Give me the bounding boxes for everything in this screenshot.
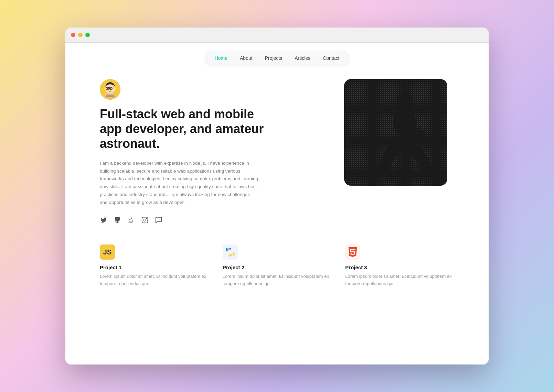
projects-section: JS Project 1 Lorem ipsum dolor sit amet.…	[65, 238, 489, 301]
project-1-description: Lorem ipsum dolor sit amet. Et incidunt …	[100, 273, 209, 287]
svg-point-1	[105, 84, 115, 94]
project-3-title[interactable]: Project 3	[345, 264, 454, 270]
nav-item-contact[interactable]: Contact	[320, 54, 342, 62]
svg-point-8	[114, 88, 116, 90]
nav-item-articles[interactable]: Articles	[292, 54, 313, 62]
project-3-description: Lorem ipsum dolor sit amet. Et incidunt …	[345, 273, 454, 287]
project-2-title[interactable]: Project 2	[223, 264, 332, 270]
avatar	[100, 79, 120, 100]
stackoverflow-icon[interactable]	[127, 216, 135, 224]
navbar: Home About Projects Articles Contact	[65, 43, 489, 72]
fullscreen-button[interactable]	[85, 33, 90, 37]
browser-titlebar	[65, 28, 489, 43]
hero-title: Full-stack web and mobile app developer,…	[100, 107, 265, 151]
project-card-1: JS Project 1 Lorem ipsum dolor sit amet.…	[100, 244, 209, 287]
project-2-description: Lorem ipsum dolor sit amet. Et incidunt …	[223, 273, 332, 287]
social-icons	[100, 216, 323, 224]
project-1-title[interactable]: Project 1	[100, 264, 209, 270]
project-3-icon	[345, 244, 360, 260]
nav-item-about[interactable]: About	[237, 54, 255, 62]
project-card-3: Project 3 Lorem ipsum dolor sit amet. Et…	[345, 244, 454, 287]
svg-point-11	[397, 92, 412, 110]
github-icon[interactable]	[114, 216, 121, 224]
project-card-2: Project 2 Lorem ipsum dolor sit amet. Et…	[223, 244, 332, 287]
nav-pill: Home About Projects Articles Contact	[205, 51, 350, 65]
projects-grid: JS Project 1 Lorem ipsum dolor sit amet.…	[100, 244, 454, 287]
message-icon[interactable]	[155, 216, 162, 224]
svg-point-7	[105, 88, 106, 90]
browser-window: Home About Projects Articles Contact	[65, 28, 489, 364]
svg-rect-9	[142, 217, 148, 223]
svg-point-5	[107, 88, 108, 89]
project-2-icon	[223, 244, 238, 260]
hero-section: Full-stack web and mobile app developer,…	[65, 72, 489, 238]
hero-description: I am a backend developer with expertise …	[100, 160, 258, 207]
nav-item-home[interactable]: Home	[212, 54, 230, 62]
project-1-icon-label: JS	[103, 248, 111, 256]
instagram-icon[interactable]	[141, 216, 149, 224]
hero-right	[344, 79, 454, 186]
minimize-button[interactable]	[78, 33, 83, 37]
hero-image	[344, 79, 447, 186]
twitter-icon[interactable]	[100, 216, 107, 224]
nav-item-projects[interactable]: Projects	[262, 54, 285, 62]
traffic-lights	[71, 33, 90, 37]
svg-point-6	[110, 88, 111, 89]
close-button[interactable]	[71, 33, 75, 37]
person-silhouette	[360, 86, 447, 186]
project-1-icon: JS	[100, 244, 115, 260]
browser-content: Home About Projects Articles Contact	[65, 43, 489, 364]
hero-left: Full-stack web and mobile app developer,…	[100, 79, 323, 224]
